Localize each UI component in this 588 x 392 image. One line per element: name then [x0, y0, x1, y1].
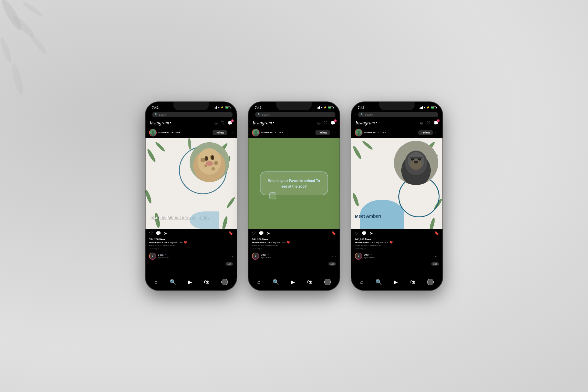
nav-search-1[interactable]: 🔍: [170, 279, 176, 285]
add-icon-2[interactable]: ⊕: [317, 121, 321, 125]
post-actions-left-1: ♡ 💬 ➤: [149, 231, 167, 236]
sponsored-info-3: goat ✓ Sponsored: [364, 253, 375, 259]
signal-2: [317, 106, 320, 109]
search-area-2: ‹ 🔍 Search: [248, 111, 340, 119]
more-dots-3[interactable]: ···: [435, 131, 439, 135]
add-icon-1[interactable]: ⊕: [214, 121, 218, 125]
messenger-icon-2[interactable]: 💬 5: [330, 121, 335, 125]
back-arrow-3[interactable]: ‹: [355, 113, 356, 116]
like-icon-2[interactable]: ♡: [252, 231, 256, 236]
phone-1-notch: [173, 102, 209, 110]
battery-fill-1: [225, 107, 228, 109]
share-icon-1[interactable]: ➤: [164, 231, 167, 236]
nav-reels-1[interactable]: ▶: [188, 279, 192, 285]
sponsored-post-2: g goat ✓ Sponsored ···: [248, 251, 340, 261]
ig-icons-2: ⊕ ♡ 💬 5: [317, 121, 335, 125]
nav-avatar-2[interactable]: [324, 279, 331, 285]
nav-home-2[interactable]: ⌂: [257, 279, 260, 285]
back-arrow-2[interactable]: ‹: [253, 113, 253, 116]
search-text-1: Search: [159, 113, 167, 116]
likes-count-3: 764,208 likes: [355, 238, 439, 241]
leopard-bg: Visit the Minnesota Zoo Today: [146, 138, 237, 229]
follow-button-3[interactable]: Follow: [418, 130, 433, 135]
ig-logo-2[interactable]: Instagram ▾: [253, 120, 274, 126]
signal-3: [420, 106, 423, 109]
ig-logo-3[interactable]: Instagram ▾: [355, 120, 377, 126]
back-arrow-1[interactable]: ‹: [150, 113, 151, 116]
search-pill-1[interactable]: 🔍 Search: [152, 112, 233, 117]
bookmark-icon-2[interactable]: 🔖: [331, 231, 336, 235]
sponsored-label-3: Sponsored: [364, 256, 375, 259]
battery-2: [328, 106, 333, 109]
more-dots-1[interactable]: ···: [229, 131, 233, 135]
status-icons-2: ▾ ⚡: [317, 106, 333, 109]
sponsored-more-2[interactable]: ···: [332, 254, 336, 258]
view-comments-2[interactable]: View all 3,055 comments: [252, 244, 336, 247]
heart-icon-1[interactable]: ♡: [221, 121, 225, 125]
follow-button-1[interactable]: Follow: [213, 130, 227, 135]
post-header-right-1: Follow ···: [213, 130, 233, 135]
more-dots-2[interactable]: ···: [332, 131, 336, 135]
sponsored-name-2: goat: [261, 253, 266, 256]
search-pill-3[interactable]: 🔍 Search: [358, 112, 438, 117]
bookmark-icon-3[interactable]: 🔖: [434, 231, 439, 235]
phone-2: 7:42 ▾ ⚡ ‹: [248, 102, 340, 290]
sponsored-more-3[interactable]: ···: [435, 254, 439, 258]
bottom-nav-1: ⌂ 🔍 ▶ 🛍: [146, 274, 237, 290]
nav-reels-3[interactable]: ▶: [394, 279, 398, 285]
sponsored-avatar-ring-2: g: [252, 253, 259, 260]
search-area-1: ‹ 🔍 Search: [146, 111, 237, 119]
heart-icon-2[interactable]: ♡: [324, 121, 328, 125]
nav-avatar-1[interactable]: [221, 279, 228, 285]
search-text-3: Search: [365, 113, 373, 116]
share-icon-2[interactable]: ➤: [267, 231, 270, 236]
nav-home-1[interactable]: ⌂: [154, 279, 158, 285]
bookmark-icon-1[interactable]: 🔖: [228, 231, 233, 235]
nav-shop-1[interactable]: 🛍: [204, 279, 209, 285]
gorilla-img: [394, 141, 438, 185]
heart-icon-3[interactable]: ♡: [427, 121, 430, 125]
phone-1: 7:42 ▾ ⚡ ‹: [146, 102, 237, 290]
pagination-1: 1/15: [225, 262, 233, 266]
follow-button-2[interactable]: Follow: [315, 130, 330, 135]
sponsored-info-1: goat ✓ Sponsored: [158, 253, 169, 259]
search-pill-2[interactable]: 🔍 Search: [255, 112, 335, 117]
nav-avatar-3[interactable]: [427, 279, 434, 285]
post-date-2: January 8: [252, 247, 336, 250]
share-icon-3[interactable]: ➤: [370, 231, 373, 236]
svg-point-37: [362, 140, 373, 151]
like-icon-3[interactable]: ♡: [355, 231, 359, 236]
sponsored-label-2: Sponsored: [261, 256, 272, 259]
like-icon-1[interactable]: ♡: [149, 231, 153, 236]
view-comments-1[interactable]: View all 3,055 comments: [149, 244, 233, 247]
nav-reels-2[interactable]: ▶: [291, 279, 295, 285]
sponsored-name-row-3: goat ✓: [364, 253, 375, 256]
gorilla-bg: Meet Amber!: [351, 138, 442, 229]
sponsored-post-1: g goat ✓ Sponsored ···: [146, 251, 237, 261]
messenger-icon-3[interactable]: 💬 5: [433, 121, 438, 125]
phone-2-screen: 7:42 ▾ ⚡ ‹: [248, 102, 340, 290]
phone-2-shell: 7:42 ▾ ⚡ ‹: [248, 102, 340, 290]
nav-search-2[interactable]: 🔍: [273, 279, 279, 285]
battery-3: [431, 106, 436, 109]
comment-icon-3[interactable]: 💬: [362, 231, 367, 236]
messenger-icon-1[interactable]: 💬 5: [228, 121, 233, 125]
nav-shop-2[interactable]: 🛍: [307, 279, 312, 285]
ig-logo-1[interactable]: Instagram ▾: [150, 120, 171, 126]
view-comments-3[interactable]: View all 3,055 comments: [355, 244, 439, 247]
comment-icon-1[interactable]: 💬: [156, 231, 161, 236]
nav-shop-3[interactable]: 🛍: [410, 279, 415, 285]
blue-accent-1: [190, 211, 219, 229]
user-avatar-img-3: [355, 129, 362, 136]
bottom-nav-3: ⌂ 🔍 ▶ 🛍: [351, 274, 442, 290]
sponsored-more-1[interactable]: ···: [229, 254, 233, 258]
search-magnifier-3: 🔍: [360, 113, 363, 116]
signal-bar-2: [215, 107, 215, 109]
wifi-icon-1: ▾: [218, 106, 220, 109]
comment-icon-2[interactable]: 💬: [259, 231, 264, 236]
svg-point-4: [10, 63, 25, 96]
pagination-3: 1/15: [431, 262, 439, 266]
nav-home-3[interactable]: ⌂: [360, 279, 363, 285]
nav-search-3[interactable]: 🔍: [375, 279, 382, 285]
add-icon-3[interactable]: ⊕: [420, 121, 424, 125]
